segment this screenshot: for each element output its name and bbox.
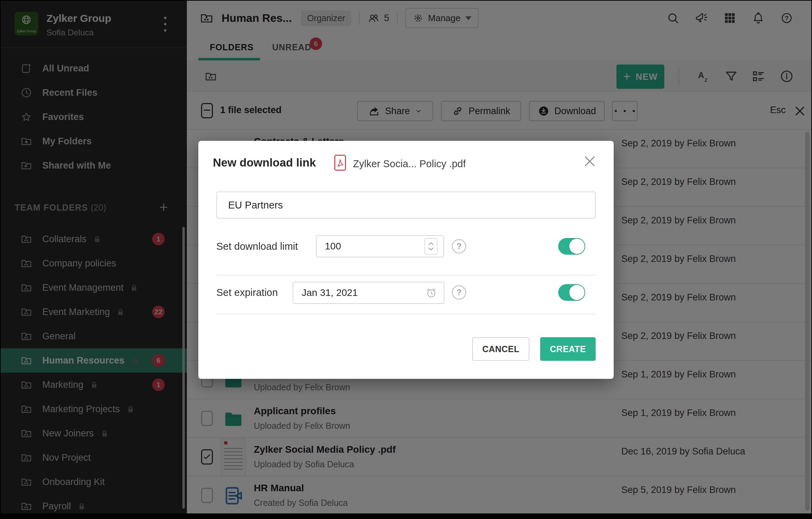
expiration-date-input[interactable] bbox=[293, 282, 444, 304]
new-download-link-modal: New download link Zylker Socia... Policy… bbox=[198, 141, 614, 379]
cancel-button[interactable]: CANCEL bbox=[472, 337, 529, 361]
pdf-file-icon bbox=[334, 155, 346, 171]
chevron-down-icon bbox=[428, 247, 434, 251]
modal-file-name: Zylker Socia... Policy .pdf bbox=[353, 158, 466, 170]
close-icon[interactable] bbox=[582, 153, 598, 169]
expiration-toggle[interactable] bbox=[558, 284, 585, 301]
divider bbox=[216, 314, 596, 314]
expiration-help-icon[interactable]: ? bbox=[452, 285, 466, 300]
download-limit-help-icon[interactable]: ? bbox=[452, 239, 466, 254]
modal-title: New download link bbox=[213, 156, 316, 169]
chevron-up-icon bbox=[428, 241, 434, 246]
number-stepper[interactable] bbox=[424, 238, 438, 255]
divider bbox=[216, 275, 596, 275]
link-name-input[interactable] bbox=[216, 192, 596, 219]
download-limit-toggle[interactable] bbox=[558, 238, 585, 255]
toggle-knob bbox=[569, 239, 585, 254]
create-button[interactable]: CREATE bbox=[540, 337, 596, 361]
download-limit-label: Set download limit bbox=[216, 241, 298, 252]
expiration-label: Set expiration bbox=[216, 287, 278, 298]
toggle-knob bbox=[569, 285, 585, 300]
